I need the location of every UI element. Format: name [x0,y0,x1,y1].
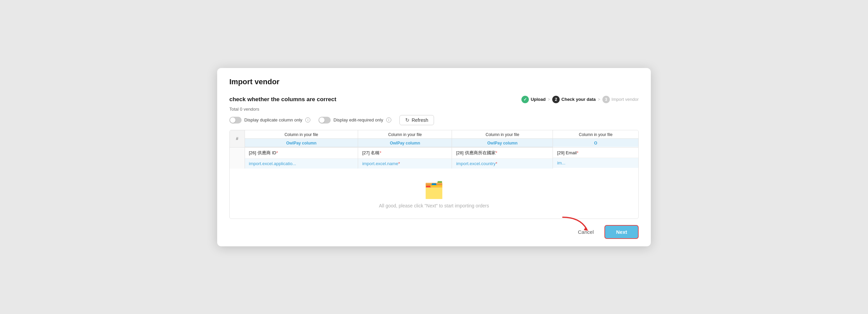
stepper: ✓ Upload > 2 Check your data > 3 Import … [521,96,639,103]
step-import-label: Import vendor [612,97,639,102]
file-value-4: [29] Email* [553,148,638,158]
required-star-owlpay-2: * [398,161,400,166]
next-button[interactable]: Next [604,225,639,239]
owlpay-header-3: OwlPay column [452,139,553,147]
column-table: # Column in your file OwlPay column Colu… [230,130,638,169]
step-check: 2 Check your data [552,96,596,103]
file-header-4: Column in your file [553,130,638,139]
modal-title: Import vendor [229,77,280,86]
col-group-2: Column in your file OwlPay column [358,130,452,148]
step-import: 3 Import vendor [602,96,639,103]
refresh-icon: ↻ [405,117,410,123]
file-header-2: Column in your file [358,130,452,139]
chevron-1: > [547,97,550,102]
col-group-1: Column in your file OwlPay column [245,130,358,148]
modal-body: check whether the columns are correct ✓ … [217,96,651,219]
refresh-label: Refresh [412,117,428,123]
empty-state-icon: 🗂️ [230,181,638,200]
total-label: Total 0 vendors [229,107,639,112]
row-col-2: [27] 名稱* import.excel.name* [358,147,452,169]
owlpay-header-4-overflow: O [553,139,638,147]
required-star-2: * [379,150,381,155]
owlpay-header-2: OwlPay column [358,139,452,147]
empty-state-text: All good, please click "Next" to start i… [230,203,638,208]
row-hash [230,147,245,169]
duplicate-toggle-label: Display duplicate column only [244,117,302,122]
row-col-4: [29] Email* im... [553,147,638,169]
cancel-button[interactable]: Cancel [572,226,600,238]
duplicate-info-icon: i [305,117,310,122]
col-group-4: Column in your file O [553,130,638,148]
import-vendor-modal: Import vendor check whether the columns … [217,68,651,246]
step-upload: ✓ Upload [521,96,545,103]
file-header-3: Column in your file [452,130,553,139]
required-star-4: * [577,150,578,155]
required-star-owlpay-3: * [496,161,497,166]
owlpay-header-1: OwlPay column [245,139,358,147]
col-group-3: Column in your file OwlPay column [452,130,553,148]
file-value-3: [28] 供應商所在國家* [452,148,553,159]
step-check-label: Check your data [561,97,596,102]
column-table-container: # Column in your file OwlPay column Colu… [229,130,639,219]
controls-row: Display duplicate column only i Display … [229,115,639,125]
owlpay-value-3: import.excel.country* [452,159,553,169]
row-col-3: [28] 供應商所在國家* import.excel.country* [452,147,553,169]
modal-header: Import vendor [217,68,651,92]
edit-required-toggle[interactable] [318,117,331,124]
toggle-group-1: Display duplicate column only i [229,117,310,124]
step-import-circle: 3 [602,96,610,103]
hash-header: # [230,130,245,148]
owlpay-value-4: im... [553,158,638,168]
modal-footer: Cancel Next [217,219,651,246]
step-upload-circle: ✓ [521,96,529,103]
edit-required-toggle-label: Display edit-required only [333,117,383,122]
row-col-1: [26] 供應商 ID* import.excel.applicatio... [245,147,358,169]
section-header: check whether the columns are correct ✓ … [229,96,639,103]
duplicate-toggle[interactable] [229,117,242,124]
required-star-1: * [276,150,278,155]
section-title: check whether the columns are correct [229,96,336,103]
toggle-group-2: Display edit-required only i [318,117,391,124]
refresh-button[interactable]: ↻ Refresh [399,115,434,125]
required-star-3: * [496,150,497,155]
owlpay-value-2: import.excel.name* [358,159,452,169]
file-value-1: [26] 供應商 ID* [245,148,358,159]
chevron-2: > [598,97,600,102]
table-row: [26] 供應商 ID* import.excel.applicatio... … [230,147,638,169]
empty-state: 🗂️ All good, please click "Next" to star… [230,169,638,219]
file-header-1: Column in your file [245,130,358,139]
file-value-2: [27] 名稱* [358,148,452,159]
edit-required-info-icon: i [386,117,391,122]
step-check-circle: 2 [552,96,560,103]
step-upload-label: Upload [531,97,545,102]
owlpay-value-1: import.excel.applicatio... [245,159,358,169]
